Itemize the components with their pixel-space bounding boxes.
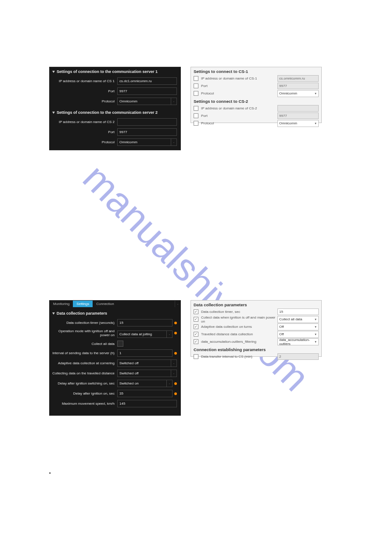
label-collect-all: Collect all data xyxy=(50,342,117,346)
dark-connection-panel: Settings of connection to the communicat… xyxy=(49,67,181,150)
input-port-cs2[interactable] xyxy=(117,128,177,136)
light-select-proto2[interactable]: Omnicomm▼ xyxy=(277,120,319,127)
label-adaptive: Adaptive data collection at cornering xyxy=(50,361,117,365)
label-delay: Delay after ignition on, sec xyxy=(50,392,117,395)
light-select-r3[interactable]: Off▼ xyxy=(277,323,319,330)
label-ip-cs2: IP address or domain name of CS 2 xyxy=(50,120,117,124)
label-ip-cs1: IP address or domain name of CS 1 xyxy=(50,79,117,83)
label-travel: Collecting data on the travelled distanc… xyxy=(50,371,117,375)
document-bullet: • xyxy=(49,471,51,475)
tab-dropdown-icon[interactable]: - xyxy=(175,301,180,307)
light-select-r2[interactable]: Collect all data▼ xyxy=(277,316,319,323)
checkbox-collect-all[interactable] xyxy=(117,341,123,347)
light-input-port1[interactable] xyxy=(277,83,319,89)
light-label-port2: Port xyxy=(201,114,277,118)
checkbox-ip-cs1[interactable] xyxy=(194,76,198,81)
checkbox-ip-cs2[interactable] xyxy=(194,106,198,111)
tab-settings[interactable]: Settings xyxy=(73,301,93,307)
section-title-data-text: Data collection parameters xyxy=(57,311,107,316)
select-adaptive-val: Switched off xyxy=(119,361,138,365)
light-input-port2[interactable] xyxy=(277,112,319,119)
input-interval[interactable] xyxy=(117,349,173,357)
input-ip-cs1[interactable] xyxy=(117,77,177,85)
light-input-r6[interactable] xyxy=(277,353,319,360)
light-label-r3: Adaptive data collection on turns xyxy=(201,325,277,329)
light-select-r5[interactable]: data_accumulation-outliers▼ xyxy=(277,338,319,345)
light-input-r1[interactable] xyxy=(277,308,319,315)
caret-down-icon xyxy=(52,71,55,73)
light-select-r2-val: Collect all data xyxy=(279,317,302,321)
input-timer[interactable] xyxy=(117,319,173,326)
section-title-cs1[interactable]: Settings of connection to the communicat… xyxy=(50,67,180,76)
dark-data-panel: Monitoring Settings Connection - Data co… xyxy=(49,300,181,416)
input-delay[interactable] xyxy=(117,390,173,397)
label-protocol-cs1: Protocol xyxy=(50,99,117,103)
caret-down-icon xyxy=(52,312,55,315)
label-maxspeed: Maximum movement speed, km/h xyxy=(50,402,117,406)
chevron-down-icon: - xyxy=(166,380,172,387)
select-opmode[interactable]: Collect data at jolting - xyxy=(117,330,173,338)
chevron-down-icon: - xyxy=(166,331,172,337)
chevron-down-icon: ▼ xyxy=(314,333,317,336)
light-connection-panel: Settings to connect to CS-1 IP address o… xyxy=(191,67,322,123)
label-port-cs1: Port xyxy=(50,89,117,93)
light-input-ip2[interactable] xyxy=(277,105,319,112)
checkbox-proto-cs2[interactable] xyxy=(194,121,198,126)
select-adaptive[interactable]: Switched off - xyxy=(117,359,177,367)
chevron-down-icon: - xyxy=(171,139,176,145)
checkbox-r1[interactable] xyxy=(194,309,198,314)
select-delay-on-val: Switched on xyxy=(119,381,139,385)
light-data-panel: Data collection parameters Data collecti… xyxy=(191,300,322,357)
checkbox-r4[interactable] xyxy=(194,332,198,337)
section-title-cs2-text: Settings of connection to the communicat… xyxy=(57,110,158,115)
light-input-ip1[interactable] xyxy=(277,75,319,82)
section-title-cs2[interactable]: Settings of connection to the communicat… xyxy=(50,108,180,117)
light-label-r4: Travelled distance data collection xyxy=(201,332,277,336)
light-data-head: Data collection parameters xyxy=(191,301,321,308)
light-label-r6: Data transfer interval to CS (min) xyxy=(201,355,277,359)
checkbox-r5[interactable] xyxy=(194,339,198,344)
select-protocol-cs1-value: Omnicomm xyxy=(119,99,137,103)
label-protocol-cs2: Protocol xyxy=(50,140,117,144)
tab-connection[interactable]: Connection xyxy=(93,301,117,307)
select-delay-on[interactable]: Switched on - xyxy=(117,380,173,387)
chevron-down-icon: - xyxy=(171,98,176,105)
label-timer: Data collection timer (seconds) xyxy=(50,321,117,325)
checkbox-r6[interactable] xyxy=(194,354,198,359)
checkbox-r2[interactable] xyxy=(194,317,198,322)
light-label-ip2: IP address or domain name of CS-2 xyxy=(201,106,277,110)
caret-down-icon xyxy=(52,112,55,114)
light-cs2-head: Settings to connect to CS-2 xyxy=(191,97,321,105)
checkbox-port-cs2[interactable] xyxy=(194,113,198,118)
select-travel[interactable]: Switched off - xyxy=(117,370,177,377)
select-protocol-cs2-value: Omnicomm xyxy=(119,140,137,144)
light-label-ip1: IP address or domain name of CS-1 xyxy=(201,76,277,80)
select-travel-val: Switched off xyxy=(119,371,138,375)
select-protocol-cs1[interactable]: Omnicomm - xyxy=(117,98,177,105)
light-select-proto2-val: Omnicomm xyxy=(279,121,297,125)
input-port-cs1[interactable] xyxy=(117,87,177,95)
light-label-port1: Port xyxy=(201,84,277,88)
chevron-down-icon: - xyxy=(171,370,176,377)
checkbox-port-cs1[interactable] xyxy=(194,83,198,88)
light-select-r4[interactable]: Off▼ xyxy=(277,331,319,338)
light-label-r5: data_accumulation-outliers_filtering xyxy=(201,340,277,344)
label-opmode: Operation mode with ignition off and pow… xyxy=(50,329,117,337)
light-select-r5-val: data_accumulation-outliers xyxy=(279,338,314,346)
input-ip-cs2[interactable] xyxy=(117,118,177,126)
checkbox-proto-cs1[interactable] xyxy=(194,91,198,96)
light-label-r2: Collect data when ignition is off and ma… xyxy=(201,316,277,323)
light-cs1-head: Settings to connect to CS-1 xyxy=(191,67,321,75)
checkbox-r3[interactable] xyxy=(194,324,198,329)
section-title-data[interactable]: Data collection parameters xyxy=(50,309,180,318)
tab-monitoring[interactable]: Monitoring xyxy=(50,301,73,307)
light-select-proto1[interactable]: Omnicomm▼ xyxy=(277,90,319,97)
select-protocol-cs2[interactable]: Omnicomm - xyxy=(117,138,177,146)
chevron-down-icon: ▼ xyxy=(314,341,317,343)
status-dot-icon xyxy=(174,322,177,324)
input-maxspeed[interactable] xyxy=(117,400,177,407)
status-dot-icon xyxy=(174,352,177,355)
label-interval: Interval of sending data to the server (… xyxy=(50,351,117,355)
light-select-r3-val: Off xyxy=(279,325,284,329)
chevron-down-icon: ▼ xyxy=(314,318,317,321)
